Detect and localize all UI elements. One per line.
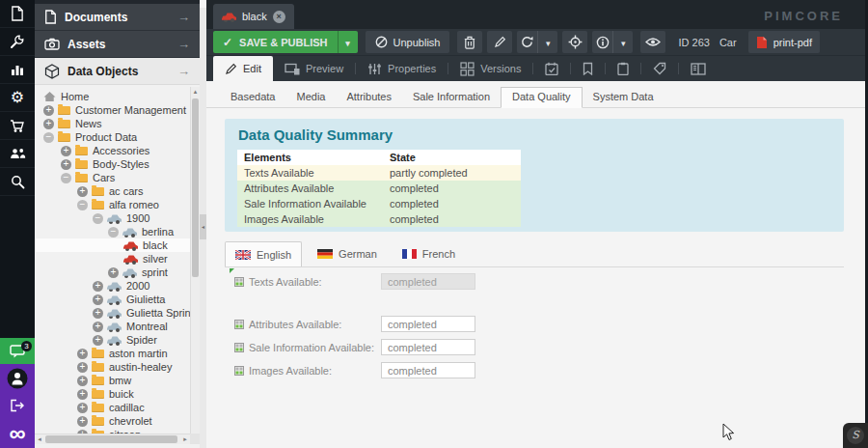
feedback-widget-button[interactable] bbox=[843, 423, 868, 448]
tree-item[interactable]: Body-Styles bbox=[35, 157, 190, 171]
tab-app-logger[interactable] bbox=[679, 56, 718, 81]
tree-item[interactable]: Montreal bbox=[35, 320, 190, 333]
info-options-dropdown[interactable] bbox=[612, 31, 634, 53]
expand-icon[interactable] bbox=[43, 119, 54, 129]
delete-button[interactable] bbox=[457, 31, 482, 53]
users-nav-button[interactable] bbox=[0, 140, 35, 168]
save-publish-button[interactable]: SAVE & PUBLISH bbox=[213, 31, 358, 53]
tree-item[interactable]: buick bbox=[35, 387, 190, 401]
rename-button[interactable] bbox=[487, 31, 512, 53]
tab-notes[interactable] bbox=[571, 56, 605, 81]
tab-system-data[interactable]: System Data bbox=[583, 87, 665, 107]
expand-icon[interactable] bbox=[77, 362, 88, 373]
tree-vertical-scrollbar[interactable] bbox=[190, 87, 200, 434]
documents-nav-button[interactable] bbox=[0, 0, 35, 28]
tab-sale-information[interactable]: Sale Information bbox=[402, 87, 501, 107]
expand-icon[interactable] bbox=[93, 281, 103, 292]
tree-item[interactable]: sprint bbox=[35, 266, 190, 279]
tree-item[interactable]: Giulietta bbox=[35, 293, 190, 306]
collapse-icon[interactable] bbox=[61, 173, 71, 183]
language-tab-english[interactable]: English bbox=[225, 241, 302, 266]
tree-item-home[interactable]: Home bbox=[35, 90, 190, 103]
expand-icon[interactable] bbox=[93, 322, 103, 332]
accordion-assets[interactable]: Assets bbox=[35, 31, 200, 58]
reload-options-dropdown[interactable] bbox=[537, 31, 558, 53]
tab-tags[interactable] bbox=[641, 56, 678, 81]
expand-icon[interactable] bbox=[93, 308, 103, 319]
tab-attributes[interactable]: Attributes bbox=[336, 87, 401, 107]
scroll-left-icon[interactable] bbox=[35, 434, 44, 444]
collapse-icon[interactable] bbox=[108, 227, 119, 238]
scroll-right-icon[interactable] bbox=[180, 434, 190, 444]
tab-media[interactable]: Media bbox=[285, 87, 336, 107]
tab-versions[interactable]: Versions bbox=[448, 56, 532, 81]
tab-basedata[interactable]: Basedata bbox=[220, 87, 285, 107]
sale-information-available-input[interactable] bbox=[381, 339, 475, 355]
tree-item[interactable]: alfa romeo bbox=[35, 198, 190, 211]
panel-splitter[interactable] bbox=[200, 8, 206, 448]
accordion-documents[interactable]: Documents bbox=[35, 4, 200, 31]
accordion-data-objects[interactable]: Data Objects bbox=[35, 58, 200, 85]
tab-properties[interactable]: Properties bbox=[356, 56, 448, 81]
tab-preview[interactable]: Preview bbox=[273, 56, 355, 81]
tree-item[interactable]: Customer Management bbox=[35, 103, 190, 117]
tools-nav-button[interactable] bbox=[0, 28, 35, 56]
expand-icon[interactable] bbox=[77, 403, 88, 413]
collapse-icon[interactable] bbox=[93, 213, 103, 224]
images-available-input[interactable] bbox=[381, 362, 475, 378]
reload-button[interactable] bbox=[517, 31, 537, 53]
expand-icon[interactable] bbox=[77, 416, 88, 427]
expand-icon[interactable] bbox=[61, 146, 71, 156]
tab-edit[interactable]: Edit bbox=[213, 56, 273, 81]
tree-item[interactable]: Gulietta Sprint Specia bbox=[35, 306, 190, 320]
scrollbar-thumb[interactable] bbox=[192, 98, 199, 277]
logout-button[interactable] bbox=[0, 392, 35, 418]
tab-data-quality[interactable]: Data Quality bbox=[501, 87, 583, 108]
open-preview-button[interactable] bbox=[640, 31, 665, 53]
ecommerce-nav-button[interactable] bbox=[0, 112, 35, 140]
texts-available-input[interactable] bbox=[381, 273, 475, 290]
expand-icon[interactable] bbox=[77, 389, 88, 400]
collapse-icon[interactable] bbox=[43, 132, 54, 143]
print-pdf-button[interactable]: print-pdf bbox=[748, 31, 820, 53]
notifications-button[interactable]: 3 bbox=[0, 338, 35, 364]
reports-nav-button[interactable] bbox=[0, 56, 35, 84]
tree-item[interactable]: Product Data bbox=[35, 130, 190, 144]
tree-item[interactable]: silver bbox=[35, 252, 190, 266]
save-options-dropdown[interactable] bbox=[338, 31, 358, 53]
pimcore-logo-icon[interactable] bbox=[0, 418, 35, 448]
expand-icon[interactable] bbox=[61, 159, 71, 170]
locate-in-tree-button[interactable] bbox=[562, 31, 587, 53]
info-button[interactable] bbox=[592, 31, 612, 53]
tree-item[interactable]: cadillac bbox=[35, 401, 190, 414]
tree-item[interactable]: Cars bbox=[35, 171, 190, 184]
expand-icon[interactable] bbox=[93, 335, 103, 346]
language-tab-german[interactable]: German bbox=[308, 241, 387, 266]
search-nav-button[interactable] bbox=[0, 168, 35, 196]
tree-item[interactable]: News bbox=[35, 117, 190, 130]
tree-item-selected[interactable]: black bbox=[35, 238, 190, 252]
unpublish-button[interactable]: Unpublish bbox=[366, 31, 450, 53]
expand-icon[interactable] bbox=[77, 376, 88, 386]
tree-item[interactable]: 2000 bbox=[35, 279, 190, 293]
language-tab-french[interactable]: French bbox=[393, 241, 465, 266]
collapse-panel-handle[interactable] bbox=[200, 214, 206, 239]
tree-item[interactable]: Spider bbox=[35, 333, 190, 347]
expand-icon[interactable] bbox=[77, 349, 88, 359]
scrollbar-thumb[interactable] bbox=[45, 435, 177, 443]
tree-item[interactable]: austin-healey bbox=[35, 360, 190, 374]
element-tab-black[interactable]: black bbox=[213, 4, 294, 29]
tree-item[interactable]: 1900 bbox=[35, 211, 190, 225]
scroll-up-icon[interactable] bbox=[191, 87, 200, 97]
settings-nav-button[interactable] bbox=[0, 84, 35, 112]
user-profile-button[interactable] bbox=[0, 364, 35, 392]
tree-horizontal-scrollbar[interactable] bbox=[35, 434, 190, 444]
tree-item[interactable]: aston martin bbox=[35, 347, 190, 360]
expand-icon[interactable] bbox=[43, 105, 54, 116]
tree-item[interactable]: bmw bbox=[35, 374, 190, 387]
tab-schedule[interactable] bbox=[533, 56, 570, 81]
attributes-available-input[interactable] bbox=[381, 316, 475, 332]
expand-icon[interactable] bbox=[108, 267, 119, 278]
close-tab-icon[interactable] bbox=[273, 11, 285, 23]
expand-icon[interactable] bbox=[77, 186, 88, 197]
